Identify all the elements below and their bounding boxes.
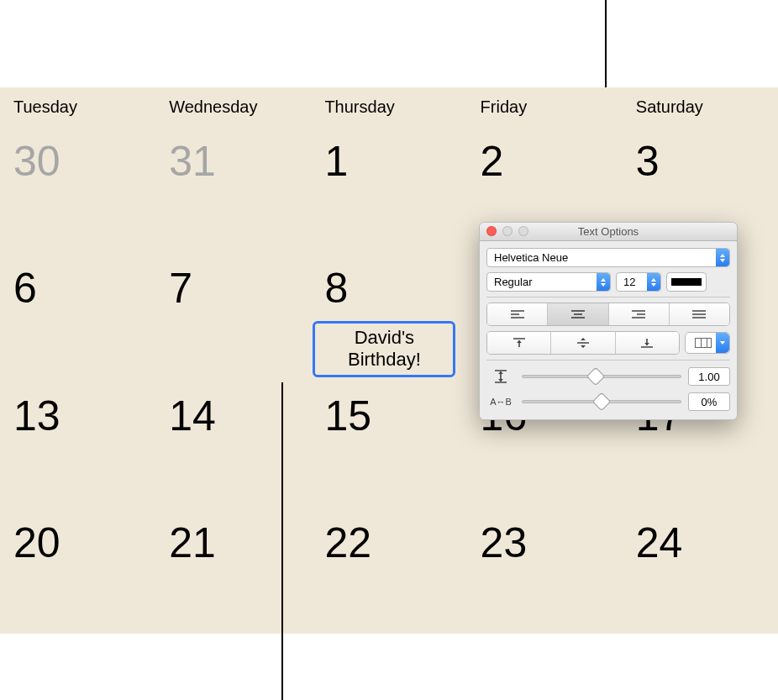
dropdown-stepper-icon (597, 273, 610, 291)
valign-top-button[interactable] (487, 332, 551, 354)
day-cell[interactable]: 31 (155, 125, 311, 252)
align-center-icon (570, 309, 586, 319)
day-number: 30 (13, 138, 60, 185)
day-number: 7 (169, 265, 192, 312)
panel-title: Text Options (578, 225, 639, 238)
callout-line-bottom (281, 382, 283, 700)
day-header: Thursday (311, 87, 466, 125)
day-number: 31 (169, 138, 216, 185)
valign-middle-button[interactable] (551, 332, 615, 354)
slider-thumb[interactable] (592, 392, 612, 412)
minimize-button[interactable] (502, 226, 513, 236)
dropdown-stepper-icon (647, 273, 660, 291)
event-text: David's (355, 327, 414, 348)
columns-icon (695, 338, 712, 348)
align-left-button[interactable] (487, 303, 548, 325)
day-number: 3 (636, 138, 660, 185)
color-preview (671, 278, 702, 286)
day-number: 20 (13, 519, 60, 566)
day-cell[interactable]: 7 (155, 252, 311, 379)
day-number: 13 (13, 392, 60, 439)
zoom-button[interactable] (518, 226, 528, 236)
day-number: 23 (481, 519, 528, 566)
horizontal-align-group (486, 303, 730, 326)
day-cell[interactable]: 22 (311, 507, 466, 634)
text-color-swatch[interactable] (666, 272, 707, 292)
font-size-value: 12 (623, 276, 635, 288)
day-number: 15 (324, 392, 371, 439)
tracking-icon: A↔B (486, 397, 515, 407)
valign-bottom-icon (640, 337, 654, 349)
align-justify-icon (691, 309, 707, 319)
dropdown-arrow-icon (716, 333, 729, 353)
panel-titlebar[interactable]: Text Options (480, 223, 737, 241)
line-height-value[interactable]: 1.00 (688, 367, 730, 386)
day-cell[interactable]: 6 (0, 252, 155, 379)
day-cell[interactable]: 1 (311, 125, 466, 252)
window-controls (486, 226, 528, 236)
font-family-select[interactable]: Helvetica Neue (486, 248, 730, 267)
panel-body: Helvetica Neue Regular 12 (480, 241, 737, 419)
line-height-slider[interactable] (522, 369, 681, 384)
valign-middle-icon (576, 337, 590, 349)
day-header: Wednesday (155, 87, 311, 125)
tracking-slider[interactable] (522, 394, 681, 409)
dropdown-stepper-icon (716, 249, 729, 266)
day-cell[interactable]: 30 (0, 125, 155, 252)
slider-thumb[interactable] (586, 367, 605, 387)
align-right-button[interactable] (609, 303, 670, 325)
day-number: 8 (324, 265, 348, 312)
align-left-icon (510, 309, 525, 319)
valign-top-icon (513, 337, 526, 349)
day-number: 1 (324, 138, 348, 185)
day-number: 21 (169, 519, 216, 566)
divider (486, 360, 730, 361)
close-button[interactable] (486, 226, 497, 236)
font-size-select[interactable]: 12 (616, 272, 661, 292)
tracking-value[interactable]: 0% (688, 392, 730, 411)
day-header: Tuesday (0, 87, 155, 125)
day-cell[interactable]: 23 (467, 507, 623, 634)
day-number: 24 (636, 519, 683, 566)
font-style-select[interactable]: Regular (486, 272, 611, 292)
day-number: 6 (13, 265, 37, 312)
day-number: 2 (481, 138, 504, 185)
day-header: Friday (467, 87, 623, 125)
day-cell[interactable]: 14 (155, 380, 311, 507)
font-family-value: Helvetica Neue (494, 251, 568, 264)
day-cell[interactable]: 21 (155, 507, 311, 634)
columns-button[interactable] (685, 332, 730, 354)
valign-bottom-button[interactable] (616, 332, 679, 354)
selected-text-box[interactable]: David's Birthday! (313, 321, 455, 377)
day-number: 22 (324, 519, 371, 566)
divider (486, 297, 730, 297)
vertical-align-group (486, 331, 680, 355)
line-height-icon (486, 369, 515, 384)
day-cell[interactable]: 20 (0, 507, 155, 634)
day-cell[interactable]: 8 David's Birthday! (311, 252, 466, 379)
align-justify-button[interactable] (670, 303, 729, 325)
day-header: Saturday (623, 87, 778, 125)
day-cell[interactable]: 13 (0, 380, 155, 507)
text-options-panel: Text Options Helvetica Neue Regular 12 (479, 222, 738, 420)
day-cell[interactable]: 24 (623, 507, 778, 634)
font-style-value: Regular (494, 276, 533, 288)
day-number: 14 (169, 392, 216, 439)
event-text: Birthday! (348, 349, 421, 370)
day-cell[interactable]: 15 (311, 380, 466, 507)
align-center-button[interactable] (548, 303, 608, 325)
align-right-icon (631, 309, 646, 319)
